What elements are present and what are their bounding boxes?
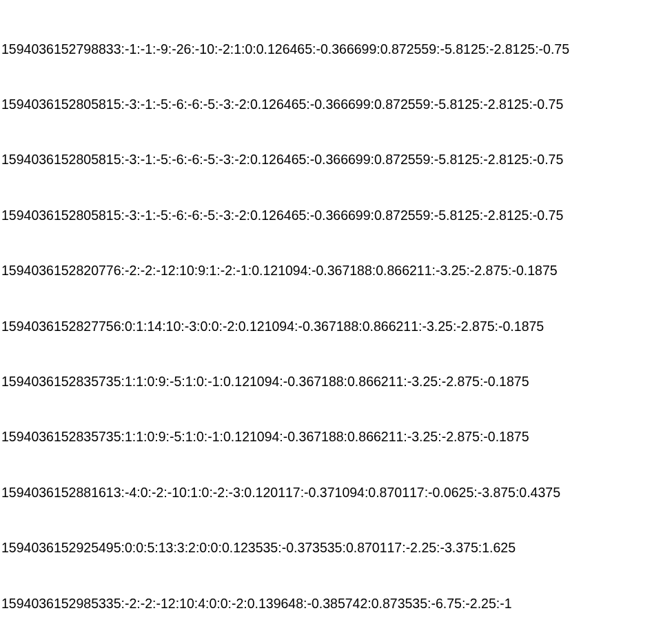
data-row: 1594036152805815:-3:-1:-5:-6:-6:-5:-3:-2… bbox=[1, 150, 672, 169]
data-row: 1594036152798833:-1:-1:-9:-26:-10:-2:1:0… bbox=[1, 40, 672, 59]
data-row: 1594036152805815:-3:-1:-5:-6:-6:-5:-3:-2… bbox=[1, 95, 672, 114]
data-row: 1594036152881613:-4:0:-2:-10:1:0:-2:-3:0… bbox=[1, 483, 672, 502]
data-row: 1594036152835735:1:1:0:9:-5:1:0:-1:0.121… bbox=[1, 428, 672, 446]
data-row: 1594036152827756:0:1:14:10:-3:0:0:-2:0.1… bbox=[1, 317, 672, 336]
data-row: 1594036152805815:-3:-1:-5:-6:-6:-5:-3:-2… bbox=[1, 206, 672, 225]
data-row: 1594036152835735:1:1:0:9:-5:1:0:-1:0.121… bbox=[1, 372, 672, 391]
data-row: 1594036152925495:0:0:5:13:3:2:0:0:0.1235… bbox=[1, 539, 672, 557]
data-row: 1594036152985335:-2:-2:-12:10:4:0:0:-2:0… bbox=[1, 594, 672, 613]
data-row: 1594036152820776:-2:-2:-12:10:9:1:-2:-1:… bbox=[1, 261, 672, 280]
log-data-container: 1594036152798833:-1:-1:-9:-26:-10:-2:1:0… bbox=[0, 0, 672, 633]
